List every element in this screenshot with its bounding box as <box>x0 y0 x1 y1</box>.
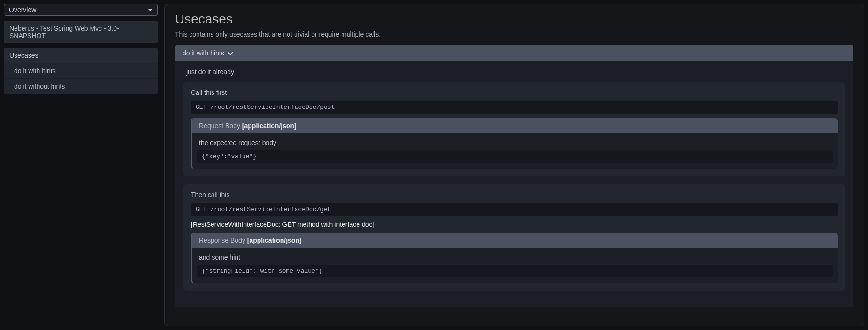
chevron-down-icon <box>228 51 233 55</box>
call-title: Then call this <box>191 191 838 199</box>
call-card: Call this first GET /root/restServiceInt… <box>183 82 845 176</box>
body-kind-label: Request Body <box>199 122 240 130</box>
usecase-header-label: do it with hints <box>183 49 224 57</box>
nav-header: Usecases <box>4 48 158 63</box>
dropdown-label: Overview <box>9 6 36 14</box>
body-header: Request Body [application/json] <box>192 118 838 133</box>
body-header: Response Body [application/json] <box>192 233 838 248</box>
call-title: Call this first <box>191 89 838 96</box>
request-body-section: Request Body [application/json] the expe… <box>191 118 838 169</box>
sidebar: Overview Neberus - Test Spring Web Mvc -… <box>4 4 158 326</box>
nav-group-usecases: Usecases do it with hints do it without … <box>4 48 158 94</box>
body-description: and some hint <box>192 248 838 265</box>
sidebar-item-label: do it without hints <box>14 83 65 90</box>
body-json: {"key":"value"} <box>197 150 833 163</box>
caret-down-icon <box>148 9 152 11</box>
usecase-block: do it with hints just do it already Call… <box>175 45 853 307</box>
overview-dropdown[interactable]: Overview <box>4 4 158 16</box>
request-line: GET /root/restServiceInterfaceDoc/post <box>191 101 838 114</box>
page-description: This contains only usecases that are not… <box>175 31 853 38</box>
body-mime: [application/json] <box>247 237 302 244</box>
call-doc: [RestServiceWithInterfaceDoc: GET method… <box>191 221 838 228</box>
sidebar-item-do-it-without-hints[interactable]: do it without hints <box>4 78 158 94</box>
usecase-body: just do it already Call this first GET /… <box>175 61 853 307</box>
body-json: {"stringField":"with some value"} <box>197 265 833 277</box>
body-description: the expected request body <box>192 133 838 150</box>
request-line: GET /root/restServiceInterfaceDoc/get <box>191 203 838 216</box>
usecase-header[interactable]: do it with hints <box>175 45 853 61</box>
body-mime: [application/json] <box>242 122 297 130</box>
page-title: Usecases <box>175 12 853 27</box>
body-kind-label: Response Body <box>199 237 245 244</box>
main-content: Usecases This contains only usecases tha… <box>164 4 864 326</box>
call-card: Then call this GET /root/restServiceInte… <box>183 184 845 291</box>
sidebar-item-label: do it with hints <box>14 67 56 75</box>
app-title: Neberus - Test Spring Web Mvc - 3.0-SNAP… <box>4 21 158 43</box>
usecase-intro: just do it already <box>186 68 845 76</box>
app-root: Overview Neberus - Test Spring Web Mvc -… <box>0 0 868 330</box>
response-body-section: Response Body [application/json] and som… <box>191 233 838 283</box>
sidebar-item-do-it-with-hints[interactable]: do it with hints <box>4 63 158 78</box>
